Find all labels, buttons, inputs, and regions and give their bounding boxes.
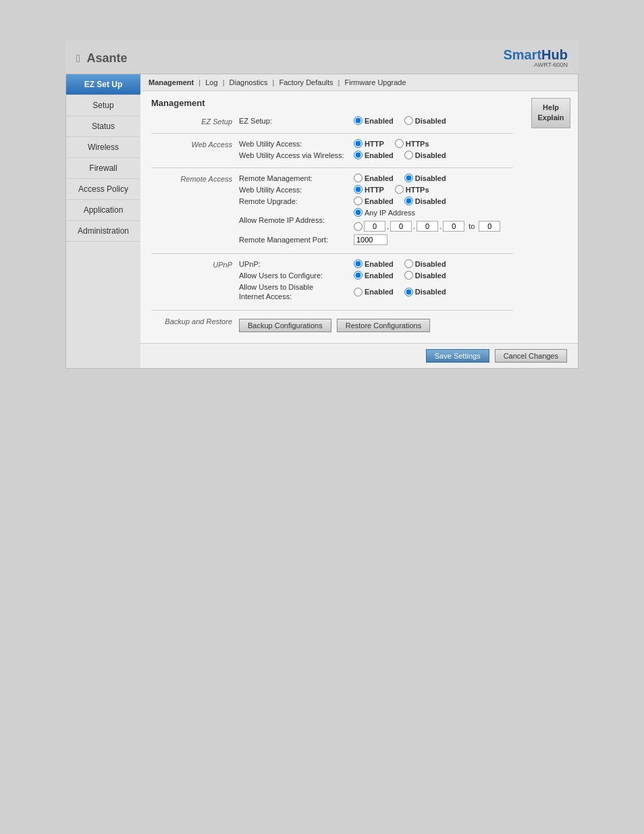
web-wireless-enabled-label[interactable]: Enabled (354, 151, 394, 159)
allow-configure-enabled-text: Enabled (365, 271, 394, 280)
smarthub-logo: SmartHub AWRT-600N (503, 47, 568, 68)
remote-upgrade-enabled-label[interactable]: Enabled (354, 197, 394, 205)
any-ip-label[interactable]: Any IP Address (354, 208, 415, 217)
page-header:  Asante SmartHub AWRT-600N (65, 41, 579, 74)
remote-upgrade-enabled-radio[interactable] (354, 197, 363, 205)
remote-mgmt-label: Remote Management: (239, 174, 354, 182)
web-utility-access-label: Web Utility Access: (239, 140, 354, 148)
allow-disable-disabled-radio[interactable] (404, 288, 413, 296)
sidebar-item-wireless[interactable]: Wireless (66, 137, 140, 158)
allow-disable-enabled-radio[interactable] (354, 288, 363, 296)
remote-web-http-text: HTTP (365, 186, 384, 194)
ez-setup-disabled-radio[interactable] (404, 116, 413, 125)
help-explain-button[interactable]: Help Explain (531, 98, 570, 128)
topnav-diagnostics[interactable]: Diagnostics (230, 78, 268, 86)
remote-mgmt-enabled-radio[interactable] (354, 174, 363, 182)
remote-access-section: Remote Access Remote Management: Enabled (151, 174, 513, 248)
help-text: Help (543, 103, 559, 111)
ip-from-octet2[interactable] (390, 221, 412, 232)
upnp-disabled-label[interactable]: Disabled (404, 259, 446, 268)
remote-web-http-label[interactable]: HTTP (354, 185, 384, 194)
web-utility-wireless-label: Web Utility Access via Wireless: (239, 151, 354, 159)
divider-2 (151, 167, 513, 168)
topnav-management[interactable]: Management (149, 78, 194, 86)
remote-upgrade-row: Remote Upgrade: Enabled Disa (239, 197, 513, 205)
ez-setup-disabled-label[interactable]: Disabled (404, 116, 446, 125)
backup-config-button[interactable]: Backup Configurations (239, 319, 331, 332)
cancel-changes-button[interactable]: Cancel Changes (495, 349, 567, 363)
web-wireless-disabled-label[interactable]: Disabled (404, 151, 446, 159)
web-wireless-disabled-radio[interactable] (404, 151, 413, 159)
sidebar-item-access-policy[interactable]: Access Policy (66, 179, 140, 200)
allow-configure-disabled-radio[interactable] (404, 271, 413, 280)
any-ip-text: Any IP Address (365, 209, 415, 217)
asante-icon:  (76, 53, 80, 64)
upnp-enabled-label[interactable]: Enabled (354, 259, 394, 268)
ip-from-octet1[interactable] (364, 221, 385, 232)
backup-restore-section: Backup and Restore Backup Configurations… (151, 316, 513, 332)
save-settings-button[interactable]: Save Settings (426, 349, 489, 363)
sidebar-item-administration[interactable]: Administration (66, 221, 140, 242)
allow-disable-control: Enabled Disabled (354, 288, 452, 296)
web-http-label[interactable]: HTTP (354, 139, 384, 148)
backup-restore-section-label: Backup and Restore (151, 316, 239, 325)
ip-to-label: to (468, 222, 475, 230)
backup-restore-btn-row: Backup Configurations Restore Configurat… (239, 319, 513, 332)
upnp-label: UPnP: (239, 260, 354, 268)
allow-disable-enabled-label[interactable]: Enabled (354, 288, 394, 296)
topnav-firmware-upgrade[interactable]: Firmware Upgrade (345, 78, 406, 86)
remote-access-row: Remote Access Remote Management: Enabled (151, 174, 513, 248)
allow-disable-label: Allow Users to DisableInternet Access: (239, 282, 354, 302)
web-https-radio[interactable] (395, 139, 404, 148)
ez-setup-enabled-radio[interactable] (354, 116, 363, 125)
web-utility-wireless-control: Enabled Disabled (354, 151, 452, 159)
remote-upgrade-control: Enabled Disabled (354, 197, 452, 205)
divider-4 (151, 310, 513, 311)
upnp-disabled-radio[interactable] (404, 259, 413, 268)
allow-configure-enabled-radio[interactable] (354, 271, 363, 280)
remote-mgmt-disabled-radio[interactable] (404, 174, 413, 182)
remote-access-fields: Remote Management: Enabled D (239, 174, 513, 248)
ez-setup-enabled-label[interactable]: Enabled (354, 116, 394, 125)
allow-configure-row: Allow Users to Configure: Enabled (239, 271, 513, 280)
ip-to-field[interactable] (479, 221, 500, 232)
remote-web-http-radio[interactable] (354, 185, 363, 194)
content-right: Help Explain (524, 91, 578, 343)
sidebar-item-ezsetup[interactable]: EZ Set Up (66, 74, 140, 95)
remote-web-https-radio[interactable] (395, 185, 404, 194)
allow-configure-disabled-label[interactable]: Disabled (404, 271, 446, 280)
web-https-label[interactable]: HTTPs (395, 139, 429, 148)
restore-config-button[interactable]: Restore Configurations (337, 319, 431, 332)
web-https-text: HTTPs (406, 140, 429, 148)
divider-1 (151, 133, 513, 134)
sidebar-item-status[interactable]: Status (66, 116, 140, 137)
any-ip-radio[interactable] (354, 208, 363, 217)
ez-setup-enabled-text: Enabled (365, 117, 394, 125)
topnav-log[interactable]: Log (205, 78, 217, 86)
ez-setup-row: EZ Setup EZ Setup: Enabled (151, 116, 513, 128)
web-wireless-enabled-radio[interactable] (354, 151, 363, 159)
sidebar-item-application[interactable]: Application (66, 200, 140, 221)
web-http-radio[interactable] (354, 139, 363, 148)
asante-logo:  Asante (76, 50, 127, 66)
ez-setup-section: EZ Setup EZ Setup: Enabled (151, 116, 513, 128)
ip-from-octet3[interactable] (417, 221, 438, 232)
allow-configure-enabled-label[interactable]: Enabled (354, 271, 394, 280)
ip-from-octet4[interactable] (443, 221, 464, 232)
remote-upgrade-disabled-radio[interactable] (404, 197, 413, 205)
remote-upgrade-disabled-text: Disabled (415, 197, 446, 205)
ip-range-radio[interactable] (354, 222, 363, 231)
allow-disable-enabled-text: Enabled (365, 288, 394, 296)
topnav-factory-defaults[interactable]: Factory Defaults (279, 78, 333, 86)
web-access-section-label: Web Access (151, 139, 239, 149)
remote-web-https-label[interactable]: HTTPs (395, 185, 429, 194)
allow-disable-disabled-label[interactable]: Disabled (404, 288, 446, 296)
sidebar-item-setup[interactable]: Setup (66, 95, 140, 116)
remote-upgrade-disabled-label[interactable]: Disabled (404, 197, 446, 205)
sidebar-item-firewall[interactable]: Firewall (66, 158, 140, 179)
remote-mgmt-enabled-label[interactable]: Enabled (354, 174, 394, 182)
remote-mgmt-disabled-label[interactable]: Disabled (404, 174, 446, 182)
remote-port-input[interactable] (354, 234, 387, 245)
upnp-enabled-radio[interactable] (354, 259, 363, 268)
remote-port-control (354, 234, 387, 245)
